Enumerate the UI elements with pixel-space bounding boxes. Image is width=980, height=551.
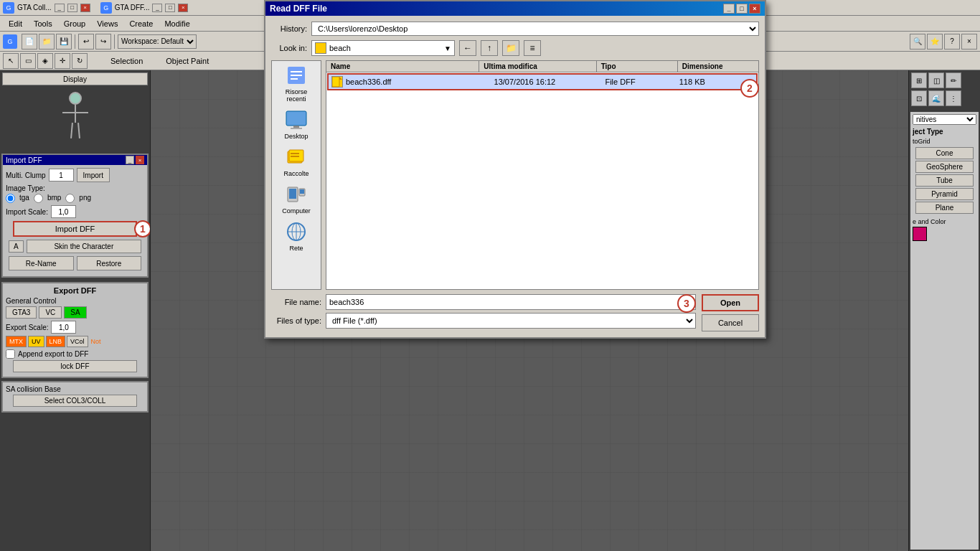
plane-button[interactable]: Plane <box>915 202 973 214</box>
sa-button[interactable]: SA <box>64 306 86 319</box>
vcol-button[interactable]: VCol <box>67 336 88 347</box>
select-tool[interactable]: ↖ <box>3 53 19 69</box>
toolbar-right-icon-4[interactable]: × <box>961 34 977 50</box>
menu-create[interactable]: Create <box>123 18 159 29</box>
dialog-max-btn[interactable]: □ <box>736 4 748 14</box>
menu-group[interactable]: Group <box>58 18 92 29</box>
png-radio[interactable] <box>65 194 75 203</box>
import-scale-input[interactable] <box>51 205 76 218</box>
a-button[interactable]: A <box>9 240 24 253</box>
nav-back-btn[interactable]: ← <box>459 40 476 56</box>
multi-clump-label: Multi. Clump <box>6 171 46 179</box>
open-button[interactable]: Open <box>702 294 759 311</box>
look-in-combo[interactable]: beach ▼ <box>311 40 455 56</box>
toolbar-right-icon-3[interactable]: ? <box>944 34 960 50</box>
toolbar-right-icon-2[interactable]: ⭐ <box>927 34 943 50</box>
open-file-btn[interactable]: 📁 <box>39 34 55 50</box>
bmp-radio[interactable] <box>34 194 43 203</box>
rename-button[interactable]: Re-Name <box>9 256 74 270</box>
fr-icon-5[interactable]: 🌊 <box>928 90 944 106</box>
skin-character-button[interactable]: Skin the Character <box>27 240 141 253</box>
shortcut-recent[interactable]: Risorse recenti <box>275 64 318 103</box>
nav-new-folder-btn[interactable]: 📁 <box>502 40 519 56</box>
import-dff-button[interactable]: Import DFF <box>13 221 138 237</box>
display-btn[interactable]: Display <box>2 72 148 85</box>
cone-button[interactable]: Cone <box>915 147 973 159</box>
col-type[interactable]: Tipo <box>597 61 678 72</box>
color-swatch[interactable] <box>913 227 927 241</box>
network-icon <box>285 220 308 243</box>
lock-dff-button[interactable]: lock DFF <box>13 360 138 372</box>
redo-btn[interactable]: ↪ <box>95 34 111 50</box>
pyramid-button[interactable]: Pyramid <box>915 188 973 200</box>
nav-up-btn[interactable]: ↑ <box>481 40 498 56</box>
app-icon-1: G <box>3 2 14 14</box>
lnb-button[interactable]: LNB <box>46 336 66 347</box>
fr-icon-1[interactable]: ⊞ <box>911 72 927 88</box>
undo-btn[interactable]: ↩ <box>78 34 94 50</box>
export-scale-label: Export Scale: <box>6 324 48 331</box>
fr-icon-4[interactable]: ⊡ <box>911 90 927 106</box>
col-name[interactable]: Name <box>326 61 479 72</box>
history-combo[interactable]: C:\Users\lorenzo\Desktop <box>311 22 759 36</box>
shortcut-desktop[interactable]: Desktop <box>275 108 318 140</box>
move-tool[interactable]: ✛ <box>55 53 70 69</box>
min-btn-1[interactable]: _ <box>55 4 65 12</box>
bmp-label: bmp <box>47 194 61 202</box>
menu-views[interactable]: Views <box>91 18 123 29</box>
rect-select-tool[interactable]: ▭ <box>20 53 36 69</box>
shortcut-network[interactable]: Rete <box>275 220 318 252</box>
import-btn-small[interactable]: Import <box>77 168 110 182</box>
png-label: png <box>79 194 91 202</box>
close-btn-1[interactable]: × <box>80 4 90 12</box>
svg-rect-20 <box>332 77 339 87</box>
toolbar-right-icon-1[interactable]: 🔍 <box>910 34 925 50</box>
close-btn-2[interactable]: × <box>178 4 188 12</box>
nav-view-btn[interactable]: ≡ <box>524 40 541 56</box>
menu-modifie[interactable]: Modifie <box>159 18 195 29</box>
paint-tool[interactable]: ◈ <box>37 53 53 69</box>
general-control-label: General Control <box>6 297 144 305</box>
gta3-button[interactable]: GTA3 <box>6 306 37 319</box>
export-dff-title: Export DFF <box>6 286 144 295</box>
filename-input[interactable] <box>326 294 696 310</box>
select-col-button[interactable]: Select COL3/COLL <box>13 395 138 407</box>
col-size[interactable]: Dimensione <box>678 61 758 72</box>
export-scale-input[interactable] <box>51 321 76 334</box>
tga-radio[interactable] <box>6 194 15 203</box>
max-btn-1[interactable]: □ <box>67 4 77 12</box>
annotation-3: 3 <box>677 294 696 313</box>
file-row-beach336[interactable]: beach336.dff 13/07/2016 16:12 File DFF 1… <box>327 73 758 90</box>
mtx-button[interactable]: MTX <box>6 336 27 347</box>
fr-icon-3[interactable]: ✏ <box>946 72 961 88</box>
vc-button[interactable]: VC <box>39 306 62 319</box>
fr-icon-6[interactable]: ⋮ <box>946 90 961 106</box>
min-btn-2[interactable]: _ <box>152 4 162 12</box>
append-checkbox[interactable] <box>6 349 15 359</box>
new-btn[interactable]: 📄 <box>22 34 37 50</box>
import-dff-close-icon[interactable]: × <box>136 156 144 164</box>
cancel-button[interactable]: Cancel <box>702 314 759 331</box>
dialog-minimize-btn[interactable]: _ <box>723 4 735 14</box>
menu-edit[interactable]: Edit <box>3 18 28 29</box>
filename-label: File name: <box>271 298 321 306</box>
shortcut-computer[interactable]: Computer <box>275 183 318 215</box>
rotate-tool[interactable]: ↻ <box>72 53 88 69</box>
col-date[interactable]: Ultima modifica <box>479 61 596 72</box>
restore-button[interactable]: Restore <box>77 256 142 270</box>
fr-icon-2[interactable]: ◫ <box>928 72 944 88</box>
dialog-close-btn[interactable]: × <box>749 4 760 14</box>
shortcut-collections[interactable]: Raccolte <box>275 146 318 177</box>
uv-button[interactable]: UV <box>28 336 44 347</box>
filetype-combo[interactable]: dff File (*.dff) <box>326 313 696 329</box>
save-btn[interactable]: 💾 <box>56 34 72 50</box>
geosphere-button[interactable]: GeoSphere <box>915 161 973 173</box>
menu-tools[interactable]: Tools <box>28 18 58 29</box>
import-dff-minimize[interactable]: _ <box>126 156 134 164</box>
primitives-select[interactable]: nitives <box>913 114 976 125</box>
max-btn-2[interactable]: □ <box>165 4 175 12</box>
toolbar-divider-2 <box>114 34 115 49</box>
clump-value-input[interactable] <box>49 169 74 182</box>
workspace-selector[interactable]: Workspace: Default <box>118 34 197 49</box>
tube-button[interactable]: Tube <box>915 174 973 187</box>
